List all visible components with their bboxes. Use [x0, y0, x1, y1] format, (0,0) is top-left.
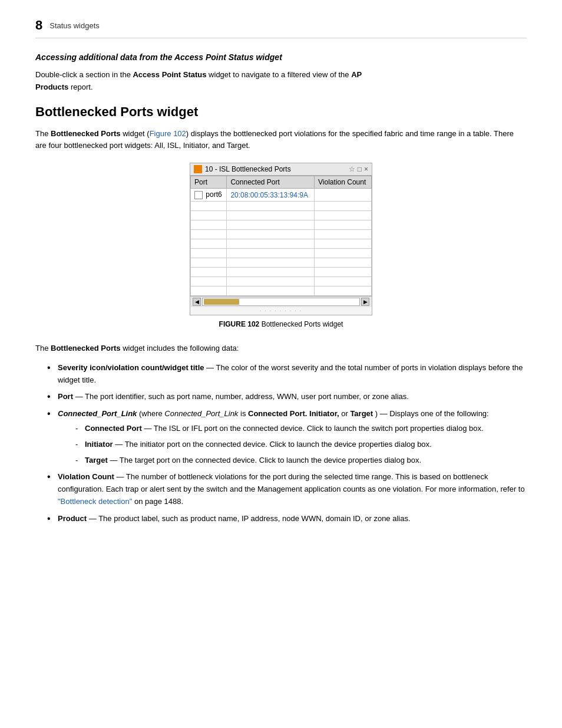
widget-resize-dots: · · · · · · · · · — [190, 307, 372, 315]
table-empty-row — [191, 211, 372, 220]
widget-includes-paragraph: The Bottlenecked Ports widget includes t… — [35, 342, 527, 355]
page-header: 8 Status widgets — [35, 18, 527, 38]
violation-count-cell: 10 — [315, 189, 372, 202]
widget-severity-icon — [194, 165, 202, 173]
port-text: — The port identifier, such as port name… — [75, 392, 409, 401]
cpl-bold-init: Initiator, — [309, 409, 339, 418]
scroll-track[interactable] — [202, 298, 360, 306]
sub-target-bold: Target — [85, 456, 108, 465]
vc-bold: Violation Count — [58, 472, 114, 481]
bottlenecked-ports-widget: 10 - ISL Bottlenecked Ports ☆ □ × Port C… — [190, 163, 372, 315]
list-item-product: Product — The product label, such as pro… — [47, 513, 527, 525]
port-bold: Port — [58, 392, 73, 401]
widget-title-icons[interactable]: ☆ □ × — [349, 165, 368, 173]
sub-item-initiator: Initiator — The initiator port on the co… — [75, 439, 527, 451]
figure-caption: FIGURE 102 Bottlenecked Ports widget — [219, 320, 343, 328]
main-section-heading: Bottlenecked Ports widget — [35, 104, 527, 120]
sub-item-connected-port: Connected Port — The ISL or IFL port on … — [75, 423, 527, 435]
cpl-italic-bold: Connected_Port_Link — [58, 409, 137, 418]
list-item-port: Port — The port identifier, such as port… — [47, 391, 527, 403]
figure-caption-bold: FIGURE 102 — [219, 320, 260, 328]
desc-middle: widget ( — [123, 129, 150, 138]
sub-target-text: — The target port on the connected devic… — [110, 456, 421, 465]
close-icon[interactable]: × — [364, 165, 368, 173]
list-item-violation-count: Violation Count — The number of bottlene… — [47, 471, 527, 508]
list-item-severity: Severity icon/violation count/widget tit… — [47, 362, 527, 387]
page-header-title: Status widgets — [49, 21, 100, 30]
table-empty-row — [191, 202, 372, 211]
severity-bold: Severity icon/violation count/widget tit… — [58, 363, 204, 372]
desc-start: The — [35, 129, 48, 138]
col-header-port: Port — [191, 176, 227, 189]
widget-title-text: 10 - ISL Bottlenecked Ports — [205, 165, 291, 173]
wi-end: widget includes the following data: — [123, 344, 239, 353]
bottleneck-detection-link[interactable]: "Bottleneck detection" — [58, 497, 132, 506]
sub-item-target: Target — The target port on the connecte… — [75, 454, 527, 467]
cpl-or: or — [341, 409, 350, 418]
col-header-connected: Connected Port — [227, 176, 315, 189]
widget-title-left: 10 - ISL Bottlenecked Ports — [194, 165, 291, 173]
intro-text-end: report. — [71, 83, 93, 91]
figure-102-link[interactable]: Figure 102 — [150, 129, 186, 138]
page-number: 8 — [35, 18, 42, 33]
scroll-right-button[interactable]: ▶ — [361, 298, 369, 306]
sub-cp-text: — The ISL or IFL port on the connected d… — [144, 424, 483, 433]
widget-table: Port Connected Port Violation Count port… — [190, 176, 372, 296]
description-paragraph: The Bottlenecked Ports widget (Figure 10… — [35, 128, 527, 153]
cpl-end: ) — Displays one of the following: — [375, 409, 489, 418]
product-em-dash: — — [89, 514, 97, 523]
wi-start: The — [35, 344, 48, 353]
connected-port-cell: 20:08:00:05:33:13:94:9A — [227, 189, 315, 202]
col-header-violation: Violation Count — [315, 176, 372, 189]
cpl-italic2: Connected_Port_Link — [164, 409, 238, 418]
intro-text-start: Double-click a section in the — [35, 70, 131, 79]
port-icon — [194, 191, 203, 199]
intro-text-middle: widget to navigate to a filtered view of… — [209, 70, 351, 79]
table-empty-row — [191, 220, 372, 230]
port-name: port6 — [206, 190, 222, 199]
scroll-left-button[interactable]: ◀ — [193, 298, 201, 306]
intro-bold-1: Access Point Status — [133, 70, 206, 79]
table-empty-row — [191, 268, 372, 277]
table-empty-row — [191, 277, 372, 286]
vc-text: — The number of bottleneck violations fo… — [58, 472, 525, 493]
wi-bold: Bottlenecked Ports — [51, 344, 120, 353]
table-row: port6 20:08:00:05:33:13:94:9A 10 — [191, 189, 372, 202]
list-item-connected-port-link: Connected_Port_Link (where Connected_Por… — [47, 408, 527, 466]
feature-list: Severity icon/violation count/widget tit… — [47, 362, 527, 525]
sub-list: Connected Port — The ISL or IFL port on … — [75, 423, 527, 466]
cpl-bold-target: Target — [350, 409, 373, 418]
widget-scrollbar[interactable]: ◀ ▶ — [190, 296, 372, 307]
product-text: The product label, such as product name,… — [98, 514, 410, 523]
table-empty-row — [191, 286, 372, 296]
cpl-middle: (where — [139, 409, 164, 418]
widget-titlebar: 10 - ISL Bottlenecked Ports ☆ □ × — [190, 163, 372, 176]
desc-bold: Bottlenecked Ports — [51, 129, 120, 138]
minimize-icon[interactable]: ☆ — [349, 165, 355, 173]
scroll-thumb — [204, 299, 239, 305]
product-bold: Product — [58, 514, 87, 523]
vc-link-end: on page 1488. — [134, 497, 183, 506]
sub-cp-bold: Connected Port — [85, 424, 142, 433]
port-cell: port6 — [191, 189, 227, 202]
table-empty-row — [191, 230, 372, 239]
connected-port-link[interactable]: 20:08:00:05:33:13:94:9A — [230, 191, 308, 199]
table-header-row: Port Connected Port Violation Count — [191, 176, 372, 189]
cpl-bold-cp: Connected Port. — [248, 409, 307, 418]
figure-wrapper: 10 - ISL Bottlenecked Ports ☆ □ × Port C… — [35, 163, 527, 339]
table-empty-row — [191, 258, 372, 268]
cpl-is: is — [240, 409, 248, 418]
intro-paragraph: Double-click a section in the Access Poi… — [35, 69, 527, 94]
table-empty-row — [191, 249, 372, 258]
sub-init-text: — The initiator port on the connected de… — [115, 440, 431, 449]
italic-section-heading: Accessing additional data from the Acces… — [35, 52, 527, 62]
restore-icon[interactable]: □ — [358, 165, 362, 173]
table-empty-row — [191, 239, 372, 249]
figure-caption-text: Bottlenecked Ports widget — [262, 320, 343, 328]
sub-init-bold: Initiator — [85, 440, 113, 449]
